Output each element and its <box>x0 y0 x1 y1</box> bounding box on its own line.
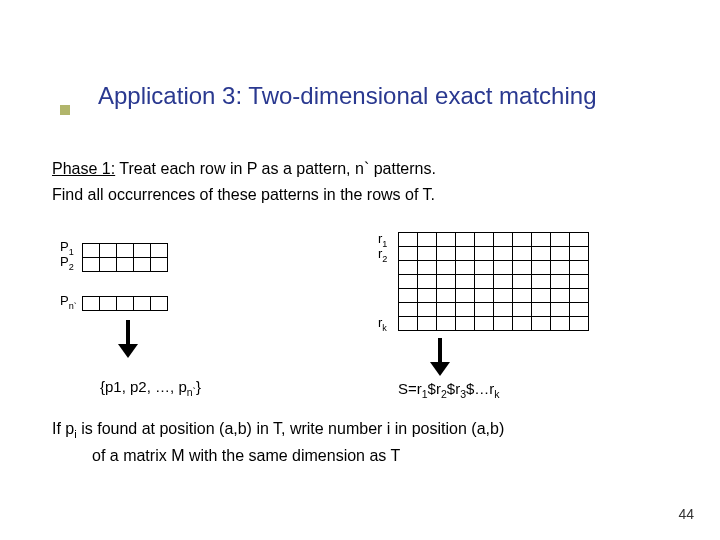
p2-label: P2 <box>60 255 74 274</box>
phase-label: Phase 1: <box>52 160 115 177</box>
pn-label: Pn` <box>60 294 77 313</box>
p-grid-bottom <box>82 296 168 311</box>
arrow-right <box>430 338 450 378</box>
find-line: Find all occurrences of these patterns i… <box>52 186 435 204</box>
set-p: {p1, p2, …, pn`} <box>100 378 201 398</box>
page-number: 44 <box>678 506 694 522</box>
p-grid-top <box>82 243 168 272</box>
arrow-left <box>118 320 138 360</box>
phase-text: Treat each row in P as a pattern, n` pat… <box>115 160 436 177</box>
phase-line: Phase 1: Treat each row in P as a patter… <box>52 160 436 178</box>
t-grid <box>398 232 589 331</box>
set-s: S=r1$r2$r3$…rk <box>398 380 500 400</box>
slide-title: Application 3: Two-dimensional exact mat… <box>98 82 597 110</box>
slide: { "title": "Application 3: Two-dimension… <box>0 0 720 540</box>
bottom-text: If pi is found at position (a,b) in T, w… <box>52 418 662 467</box>
r2-label: r2 <box>378 247 387 266</box>
title-bullet <box>60 105 70 115</box>
rk-label: rk <box>378 316 387 335</box>
